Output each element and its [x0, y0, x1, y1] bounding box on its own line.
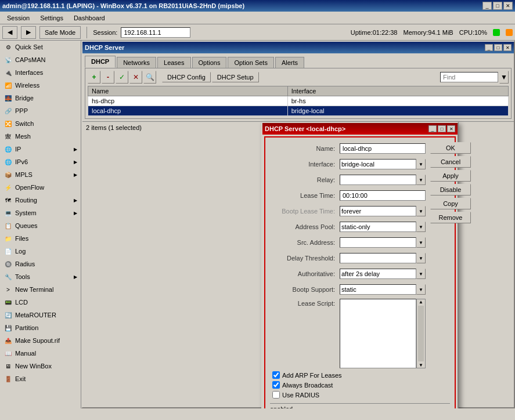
dialog-maximize[interactable]: □: [438, 125, 446, 132]
sidebar-item-log[interactable]: 📄 Log: [0, 245, 81, 258]
sidebar-item-interfaces[interactable]: 🔌 Interfaces: [0, 66, 81, 79]
interface-select[interactable]: bridge-local: [340, 159, 416, 169]
tab-alerts[interactable]: Alerts: [275, 57, 304, 68]
sidebar-item-radius[interactable]: 🔘 Radius: [0, 258, 81, 270]
add-button[interactable]: +: [88, 71, 100, 84]
remove-button[interactable]: -: [102, 71, 114, 84]
dialog-status: enabled: [270, 405, 293, 408]
dialog-close[interactable]: ✕: [447, 125, 455, 132]
sidebar-item-routing[interactable]: 🗺 Routing ▶: [0, 194, 81, 207]
tab-networks[interactable]: Networks: [117, 57, 156, 68]
safemode-button[interactable]: Safe Mode: [39, 26, 81, 39]
dhcp-close[interactable]: ✕: [503, 44, 512, 51]
sidebar-item-files[interactable]: 📁 Files: [0, 232, 81, 245]
dialog-minimize[interactable]: _: [428, 125, 437, 132]
sidebar-item-partition[interactable]: 💾 Partition: [0, 321, 81, 334]
cancel-button[interactable]: Cancel: [430, 156, 471, 168]
address-pool-select[interactable]: static-only: [340, 222, 416, 232]
bootp-lease-arrow[interactable]: ▼: [416, 206, 426, 216]
ok-button[interactable]: OK: [430, 142, 471, 154]
forward-button[interactable]: ▶: [21, 26, 36, 39]
terminal-icon: >: [3, 285, 13, 294]
close-button[interactable]: ✕: [503, 2, 513, 10]
lease-time-input[interactable]: [340, 190, 426, 201]
sidebar-item-metarouter[interactable]: 🔄 MetaROUTER: [0, 309, 81, 321]
menu-dashboard[interactable]: Dashboard: [69, 13, 110, 23]
sidebar-item-mesh[interactable]: 🕸 Mesh: [0, 130, 81, 143]
bootp-support-select[interactable]: static: [340, 284, 416, 295]
dialog-action-buttons: OK Cancel Apply Disable Copy Remove: [430, 142, 471, 401]
dhcp-setup-button[interactable]: DHCP Setup: [212, 72, 259, 82]
table-row[interactable]: hs-dhcp br-hs: [88, 96, 509, 106]
back-button[interactable]: ◀: [2, 26, 17, 39]
sidebar-item-queues[interactable]: 📋 Queues: [0, 219, 81, 232]
ip-arrow: ▶: [74, 147, 77, 152]
sidebar-item-make-supout[interactable]: 📤 Make Supout.rif: [0, 334, 81, 347]
delay-threshold-arrow[interactable]: ▼: [416, 253, 426, 263]
tab-option-sets[interactable]: Option Sets: [228, 57, 273, 68]
sidebar-item-switch[interactable]: 🔀 Switch: [0, 117, 81, 130]
authoritative-select[interactable]: after 2s delay: [340, 269, 416, 279]
dhcp-minimize[interactable]: _: [485, 44, 493, 51]
sidebar-item-ipv6[interactable]: 🌐 IPv6 ▶: [0, 155, 81, 168]
dhcp-config-button[interactable]: DHCP Config: [162, 72, 211, 82]
scroll-up[interactable]: ▲: [417, 299, 425, 305]
system-icon: 💻: [3, 208, 13, 218]
copy-button[interactable]: Copy: [430, 198, 471, 209]
textarea-scrollbar[interactable]: ▲ ▼: [416, 299, 426, 368]
add-arp-checkbox[interactable]: [272, 371, 280, 379]
bootp-support-wrap: static ▼: [340, 284, 426, 295]
scroll-down[interactable]: ▼: [417, 363, 425, 368]
sidebar-item-ip[interactable]: 🌐 IP ▶: [0, 143, 81, 155]
minimize-button[interactable]: _: [482, 2, 492, 10]
disable-button[interactable]: Disable: [430, 184, 471, 195]
always-broadcast-checkbox[interactable]: [272, 381, 280, 389]
enable-button[interactable]: ✓: [116, 71, 128, 84]
sidebar-item-exit[interactable]: 🚪 Exit: [0, 372, 81, 385]
sidebar-item-system[interactable]: 💻 System ▶: [0, 207, 81, 219]
use-radius-checkbox[interactable]: [272, 391, 280, 399]
sidebar-item-tools[interactable]: 🔧 Tools ▶: [0, 270, 81, 283]
filter-button[interactable]: 🔍: [143, 71, 156, 84]
sidebar-item-bridge[interactable]: 🌉 Bridge: [0, 92, 81, 104]
sidebar-item-lcd[interactable]: 📟 LCD: [0, 296, 81, 309]
session-input[interactable]: [121, 27, 190, 38]
tab-options[interactable]: Options: [192, 57, 227, 68]
tab-dhcp[interactable]: DHCP: [85, 56, 116, 68]
tab-leases[interactable]: Leases: [157, 57, 190, 68]
apply-button[interactable]: Apply: [430, 170, 471, 182]
sidebar-item-ppp[interactable]: 🔗 PPP: [0, 104, 81, 117]
find-input[interactable]: [440, 72, 498, 82]
bootp-lease-select[interactable]: forever: [340, 206, 416, 216]
menu-session[interactable]: Session: [2, 13, 34, 23]
src-address-arrow[interactable]: ▼: [416, 237, 426, 248]
address-pool-wrap: static-only ▼: [340, 222, 426, 232]
address-pool-arrow[interactable]: ▼: [416, 222, 426, 232]
find-dropdown[interactable]: ▼: [499, 71, 509, 84]
sidebar-item-mpls[interactable]: 📦 MPLS ▶: [0, 168, 81, 181]
menu-settings[interactable]: Settings: [35, 13, 68, 23]
sidebar-item-new-terminal[interactable]: > New Terminal: [0, 283, 81, 296]
maximize-button[interactable]: □: [493, 2, 502, 10]
interface-select-arrow[interactable]: ▼: [416, 159, 426, 169]
bootp-support-arrow[interactable]: ▼: [416, 284, 426, 295]
table-row[interactable]: local-dhcp bridge-local: [88, 106, 509, 116]
sidebar-item-quick-set[interactable]: ⚙ Quick Set: [0, 41, 81, 53]
lease-script-textarea[interactable]: [340, 299, 416, 368]
sidebar-item-new-winbox[interactable]: 🖥 New WinBox: [0, 360, 81, 372]
sidebar-item-manual[interactable]: 📖 Manual: [0, 347, 81, 360]
remove-button[interactable]: Remove: [430, 212, 471, 223]
sidebar-item-openflow[interactable]: ⚡ OpenFlow: [0, 181, 81, 194]
name-input[interactable]: [340, 143, 426, 154]
sidebar-item-capsman[interactable]: 📡 CAPsMAN: [0, 53, 81, 66]
delay-threshold-select[interactable]: [340, 253, 416, 263]
sidebar-item-wireless[interactable]: 📶 Wireless: [0, 79, 81, 92]
src-address-select[interactable]: [340, 237, 416, 248]
dhcp-title-text: DHCP Server: [85, 44, 124, 51]
relay-select[interactable]: [340, 175, 416, 185]
relay-select-arrow[interactable]: ▼: [416, 175, 426, 185]
disable-button[interactable]: ✕: [129, 71, 142, 84]
dhcp-maximize[interactable]: □: [494, 44, 502, 51]
authoritative-arrow[interactable]: ▼: [416, 269, 426, 279]
lease-script-row: Lease Script: ▲ ▼: [270, 299, 426, 368]
